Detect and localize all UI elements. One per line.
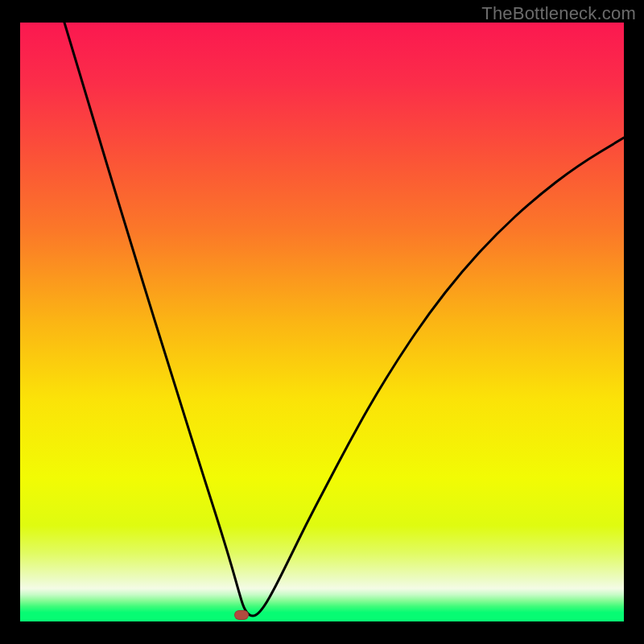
minimum-marker [234, 610, 249, 620]
bottleneck-curve [64, 23, 624, 616]
curve-svg [20, 23, 624, 621]
watermark-text: TheBottleneck.com [481, 3, 636, 24]
plot-frame [20, 23, 624, 621]
